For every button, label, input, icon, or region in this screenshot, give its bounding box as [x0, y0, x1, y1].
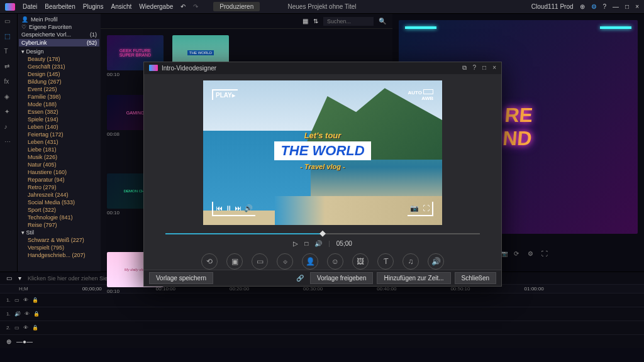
category-item[interactable]: Jahreszeit (244)	[21, 192, 97, 199]
help-icon[interactable]: ?	[603, 3, 607, 10]
stil-header[interactable]: ▾ Stil	[21, 229, 97, 236]
maximize-icon[interactable]: □	[625, 3, 629, 10]
add-track-icon[interactable]: ⊕	[6, 338, 11, 345]
category-item[interactable]: Bildung (267)	[21, 79, 97, 85]
fullscreen-icon[interactable]: ⛶	[541, 250, 550, 259]
design-header[interactable]: ▾ Design	[21, 48, 97, 55]
category-item[interactable]: Feiertag (172)	[21, 131, 97, 138]
category-item[interactable]: Event (225)	[21, 86, 97, 93]
effect-room-icon[interactable]: fx	[4, 78, 13, 87]
zoom-slider[interactable]: —●—	[16, 338, 33, 345]
settings-icon[interactable]: ⚙	[528, 250, 536, 259]
stop-icon[interactable]: □	[304, 240, 308, 247]
category-item[interactable]: Verspielt (795)	[21, 244, 97, 251]
loop-icon[interactable]: ⟳	[514, 250, 523, 259]
produce-button[interactable]: Produzieren	[213, 2, 260, 11]
settings-icon[interactable]: ⚙	[591, 3, 597, 10]
category-item[interactable]: Natur (405)	[21, 162, 97, 168]
tool-background-icon[interactable]: ▣	[226, 253, 243, 270]
my-profile[interactable]: 👤Mein Profil	[21, 16, 97, 23]
category-item[interactable]: Familie (398)	[21, 94, 97, 101]
category-item[interactable]: Retro (279)	[21, 184, 97, 191]
tool-image-icon[interactable]: 🖼	[352, 253, 369, 270]
eye-icon[interactable]: 👁	[25, 311, 30, 317]
cloud-icon[interactable]: ⊕	[580, 3, 585, 10]
modal-help-icon[interactable]: ?	[473, 64, 477, 72]
cloud-label[interactable]: Cloud111 Prod	[531, 3, 574, 10]
menu-file[interactable]: Datei	[23, 3, 37, 10]
eye-icon[interactable]: 👁	[23, 325, 28, 331]
scrub-bar[interactable]	[165, 230, 480, 238]
category-item[interactable]: Spiele (194)	[21, 116, 97, 123]
category-item[interactable]: Beauty (178)	[21, 56, 97, 63]
timeline-tool-icon[interactable]: ▭	[6, 275, 12, 282]
category-item[interactable]: Liebe (181)	[21, 146, 97, 153]
tool-clip-icon[interactable]: ▭	[252, 253, 268, 270]
category-item[interactable]: Leben (140)	[21, 124, 97, 131]
share-template-button[interactable]: Vorlage freigeben	[310, 272, 373, 284]
search-input[interactable]	[323, 17, 374, 26]
tool-sticker-icon[interactable]: ☺	[327, 253, 343, 270]
menu-plugins[interactable]: Plugins	[83, 3, 104, 10]
tool-music-icon[interactable]: ♫	[402, 253, 419, 270]
playhead-icon[interactable]	[319, 231, 326, 237]
menu-playback[interactable]: Wiedergabe	[139, 3, 173, 10]
transition-room-icon[interactable]: ⇄	[4, 63, 13, 72]
save-template-button[interactable]: Vorlage speichern	[149, 272, 213, 284]
redo-icon[interactable]: ↷	[193, 3, 198, 10]
close-icon[interactable]: ×	[635, 3, 639, 10]
category-item[interactable]: Geschäft (231)	[21, 63, 97, 70]
minimize-icon[interactable]: —	[613, 3, 619, 10]
more-icon[interactable]: ⋯	[4, 138, 13, 147]
category-item[interactable]: Handgeschrieb... (207)	[21, 252, 97, 259]
timeline-track[interactable]: 2.▭👁🔒	[0, 321, 644, 335]
close-button[interactable]: Schließen	[455, 272, 496, 284]
search-icon[interactable]: 🔍	[379, 18, 386, 25]
cyberlink-category[interactable]: CyberLink(52)	[19, 39, 99, 47]
menu-view[interactable]: Ansicht	[111, 3, 132, 10]
audio-room-icon[interactable]: ♪	[4, 123, 13, 132]
modal-close-icon[interactable]: ×	[492, 64, 496, 72]
category-item[interactable]: Essen (382)	[21, 109, 97, 116]
category-item[interactable]: Leben (431)	[21, 139, 97, 146]
undock-icon[interactable]: ⧉	[462, 64, 467, 72]
category-item[interactable]: Technologie (841)	[21, 214, 97, 221]
visibility-icon[interactable]: ▭	[14, 297, 19, 303]
tool-audio-icon[interactable]: 🔊	[428, 253, 444, 270]
grid-view-icon[interactable]: ▦	[303, 18, 308, 25]
particle-room-icon[interactable]: ✦	[4, 108, 13, 117]
audio-icon[interactable]: 🔊	[14, 311, 21, 317]
category-item[interactable]: Schwarz & Weiß (227)	[21, 237, 97, 244]
video-preview[interactable]: PLAY AUTO AWB Let's tour THE WORLD - Tra…	[203, 80, 442, 225]
overlay-room-icon[interactable]: ◈	[4, 93, 13, 102]
category-item[interactable]: Musik (226)	[21, 154, 97, 161]
title-room-icon[interactable]: T	[4, 48, 13, 57]
tool-person-icon[interactable]: 👤	[302, 253, 318, 270]
media-room-icon[interactable]: ▭	[4, 18, 13, 26]
menu-edit[interactable]: Bearbeiten	[45, 3, 75, 10]
play-icon[interactable]: ▷	[293, 240, 298, 247]
volume-icon[interactable]: 🔊	[314, 240, 322, 247]
tool-crop-icon[interactable]: ⟐	[277, 253, 293, 270]
category-item[interactable]: Sport (322)	[21, 207, 97, 214]
modal-maximize-icon[interactable]: □	[482, 64, 486, 72]
favorites[interactable]: ♡Eigene Favoriten	[21, 24, 97, 30]
timeline-track[interactable]: 1.🔊👁🔒	[0, 307, 644, 321]
intro-room-icon[interactable]: ⬚	[4, 33, 13, 41]
tool-replace-icon[interactable]: ⟲	[201, 253, 218, 270]
category-item[interactable]: Reparatur (94)	[21, 177, 97, 184]
timeline-tool-icon[interactable]: ▾	[18, 275, 21, 282]
visibility-icon[interactable]: ▭	[14, 325, 19, 331]
category-item[interactable]: Design (145)	[21, 71, 97, 78]
add-to-timeline-button[interactable]: Hinzufügen zur Zeit...	[377, 272, 450, 284]
saved-templates[interactable]: Gespeicherte Vorl...(1)	[21, 31, 97, 38]
lock-icon[interactable]: 🔒	[32, 297, 38, 303]
category-item[interactable]: Social Media (533)	[21, 199, 97, 206]
undo-icon[interactable]: ↶	[180, 3, 186, 10]
category-item[interactable]: Haustiere (160)	[21, 169, 97, 176]
category-item[interactable]: Mode (188)	[21, 101, 97, 108]
category-item[interactable]: Reise (797)	[21, 222, 97, 229]
lock-icon[interactable]: 🔒	[33, 311, 40, 317]
eye-icon[interactable]: 👁	[23, 297, 28, 303]
sort-icon[interactable]: ⇅	[313, 18, 318, 25]
